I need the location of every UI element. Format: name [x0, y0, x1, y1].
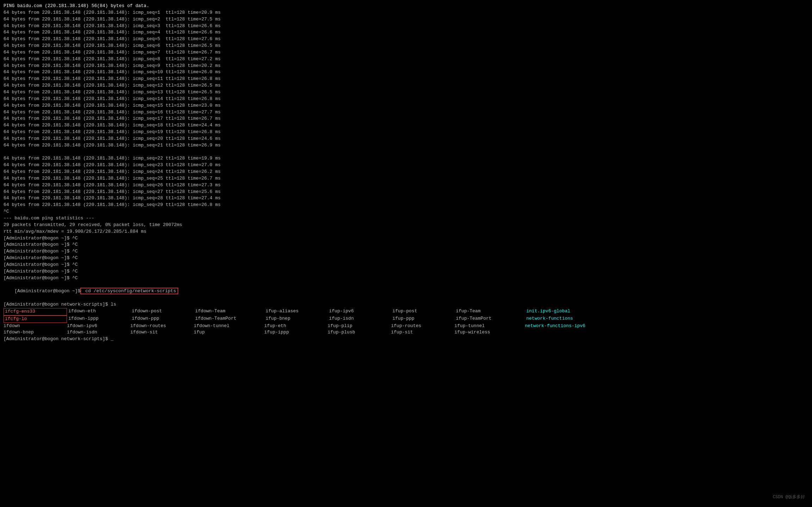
prompt-ctrl-c: [Administrator@bogon ~]$ ^C [4, 242, 808, 248]
ls-item: ifup [194, 329, 264, 336]
ping-output-group1: 64 bytes from 220.181.38.148 (220.181.38… [4, 10, 808, 149]
ping-line: 64 bytes from 220.181.38.148 (220.181.38… [4, 10, 808, 16]
ls-item: ifdown-sit [130, 329, 194, 336]
ping-line: 64 bytes from 220.181.38.148 (220.181.38… [4, 142, 808, 149]
ping-line: 64 bytes from 220.181.38.148 (220.181.38… [4, 43, 808, 49]
ping-line: 64 bytes from 220.181.38.148 (220.181.38… [4, 122, 808, 129]
ls-item: ifdown-ppp [132, 315, 195, 323]
ls-item: ifdown-ipv6 [67, 323, 130, 330]
ping-line: 64 bytes from 220.181.38.148 (220.181.38… [4, 182, 808, 189]
prompt-ctrl-c-lines: [Administrator@bogon ~]$ ^C[Administrato… [4, 235, 808, 282]
ls-item: ifup-eth [264, 323, 328, 330]
ping-line: 64 bytes from 220.181.38.148 (220.181.38… [4, 115, 808, 122]
ping-stats-packets: 29 packets transmitted, 29 received, 0% … [4, 222, 808, 229]
cd-prompt: [Administrator@bogon ~]$ [14, 288, 80, 294]
ls-item: ifdown-eth [68, 308, 132, 315]
ls-item: ifup-plip [328, 323, 391, 330]
ls-row: ifcfg-loifdown-ipppifdown-pppifdown-Team… [4, 315, 808, 323]
ping-line: 64 bytes from 220.181.38.148 (220.181.38… [4, 29, 808, 36]
ping-line: 64 bytes from 220.181.38.148 (220.181.38… [4, 189, 808, 195]
ls-item: ifup-ipv6 [329, 308, 392, 315]
ls-item: ifup-aliases [266, 308, 329, 315]
ls-item: ifup-ppp [392, 315, 456, 323]
ls-row: ifcfg-ens33ifdown-ethifdown-postifdown-T… [4, 308, 808, 315]
ls-row: ifdownifdown-ipv6ifdown-routesifdown-tun… [4, 323, 808, 330]
ping-line: 64 bytes from 220.181.38.148 (220.181.38… [4, 162, 808, 169]
ping-line: 64 bytes from 220.181.38.148 (220.181.38… [4, 89, 808, 96]
cd-command-line: [Administrator@bogon ~]$ cd /etc/sysconf… [4, 281, 808, 301]
ls-item: ifdown-bnep [4, 329, 67, 336]
ls-item: ifup-TeamPort [456, 315, 526, 323]
prompt-ctrl-c: [Administrator@bogon ~]$ ^C [4, 262, 808, 268]
ls-item: ifdown-post [132, 308, 195, 315]
ls-command-line: [Administrator@bogon network-scripts]$ l… [4, 301, 808, 308]
ls-item: ifcfg-ens33 [4, 308, 67, 315]
ping-line: 64 bytes from 220.181.38.148 (220.181.38… [4, 109, 808, 116]
ls-item: ifcfg-lo [4, 315, 67, 323]
ls-item: ifdown-ippp [68, 315, 132, 323]
ls-item: ifup-Team [456, 308, 526, 315]
ping-line: 64 bytes from 220.181.38.148 (220.181.38… [4, 169, 808, 175]
ls-item: ifdown-TeamPort [195, 315, 266, 323]
ping-line: 64 bytes from 220.181.38.148 (220.181.38… [4, 102, 808, 109]
ls-item: ifup-tunnel [454, 323, 525, 330]
prompt-ctrl-c: [Administrator@bogon ~]$ ^C [4, 275, 808, 282]
ping-line: 64 bytes from 220.181.38.148 (220.181.38… [4, 195, 808, 202]
prompt-ctrl-c: [Administrator@bogon ~]$ ^C [4, 248, 808, 255]
ls-item: ifdown-isdn [67, 329, 130, 336]
ls-row: ifdown-bnepifdown-isdnifdown-sitifupifup… [4, 329, 808, 336]
blank-line [4, 149, 808, 156]
ping-line: 64 bytes from 220.181.38.148 (220.181.38… [4, 175, 808, 182]
ping-line: 64 bytes from 220.181.38.148 (220.181.38… [4, 82, 808, 89]
ls-item: ifdown-tunnel [194, 323, 264, 330]
ping-line: 64 bytes from 220.181.38.148 (220.181.38… [4, 155, 808, 162]
ping-line: 64 bytes from 220.181.38.148 (220.181.38… [4, 63, 808, 69]
ls-item: network-functions [526, 315, 618, 323]
ping-output-group2: 64 bytes from 220.181.38.148 (220.181.38… [4, 155, 808, 208]
ls-item: ifup-plusb [328, 329, 391, 336]
ls-item: ifup-wireless [454, 329, 525, 336]
ping-line: 64 bytes from 220.181.38.148 (220.181.38… [4, 23, 808, 30]
ping-line: 64 bytes from 220.181.38.148 (220.181.38… [4, 16, 808, 23]
final-prompt: [Administrator@bogon network-scripts]$ _ [4, 336, 808, 343]
ping-line: 64 bytes from 220.181.38.148 (220.181.38… [4, 36, 808, 43]
ls-item: ifup-isdn [329, 315, 392, 323]
ls-item: ifup-post [392, 308, 456, 315]
terminal: PING baidu.com (220.181.38.148) 56(84) b… [0, 0, 812, 507]
ping-line: 64 bytes from 220.181.38.148 (220.181.38… [4, 69, 808, 76]
ping-stats-rtt: rtt min/avg/max/mdev = 19.900/26.172/28.… [4, 229, 808, 235]
ls-item [525, 329, 616, 336]
ping-line: 64 bytes from 220.181.38.148 (220.181.38… [4, 136, 808, 142]
ctrl-c-line: ^C [4, 208, 808, 215]
ls-item: ifdown-routes [130, 323, 194, 330]
ping-stats-header: --- baidu.com ping statistics --- [4, 215, 808, 222]
ping-header: PING baidu.com (220.181.38.148) 56(84) b… [4, 3, 808, 10]
prompt-ctrl-c: [Administrator@bogon ~]$ ^C [4, 268, 808, 275]
ls-item: ifup-bnep [266, 315, 329, 323]
prompt-ctrl-c: [Administrator@bogon ~]$ ^C [4, 255, 808, 262]
ping-line: 64 bytes from 220.181.38.148 (220.181.38… [4, 129, 808, 136]
watermark: CSDN @饭多多好 [773, 494, 805, 500]
ping-line: 64 bytes from 220.181.38.148 (220.181.38… [4, 202, 808, 208]
ls-item: ifdown [4, 323, 67, 330]
ping-line: 64 bytes from 220.181.38.148 (220.181.38… [4, 96, 808, 102]
ping-line: 64 bytes from 220.181.38.148 (220.181.38… [4, 76, 808, 82]
ls-item: ifdown-Team [195, 308, 266, 315]
cd-command-highlighted: cd /etc/sysconfig/network-scripts [80, 288, 178, 294]
ls-output: ifcfg-ens33ifdown-ethifdown-postifdown-T… [4, 308, 808, 336]
ls-item: ifup-sit [391, 329, 454, 336]
ls-item: init.ipv6-global [526, 308, 618, 315]
ping-line: 64 bytes from 220.181.38.148 (220.181.38… [4, 49, 808, 56]
prompt-ctrl-c: [Administrator@bogon ~]$ ^C [4, 235, 808, 242]
ping-line: 64 bytes from 220.181.38.148 (220.181.38… [4, 56, 808, 63]
ls-item: network-functions-ipv6 [525, 323, 616, 330]
ls-item: ifup-routes [391, 323, 454, 330]
ls-item: ifup-ippp [264, 329, 328, 336]
